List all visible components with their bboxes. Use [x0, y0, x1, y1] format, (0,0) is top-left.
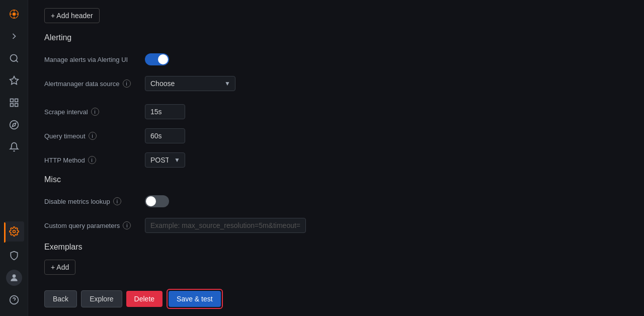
- manage-alerts-toggle[interactable]: [145, 53, 169, 65]
- svg-point-16: [12, 274, 16, 278]
- main-content: + Add header Alerting Manage alerts via …: [28, 0, 644, 316]
- query-timeout-row: Query timeout i: [44, 127, 632, 145]
- sidebar-item-search[interactable]: [4, 48, 24, 68]
- gear-icon: [9, 226, 19, 236]
- scrape-interval-row: Scrape interval i: [44, 103, 632, 121]
- query-timeout-label: Query timeout i: [44, 132, 145, 140]
- search-icon: [9, 53, 19, 63]
- disable-metrics-label: Disable metrics lookup i: [44, 197, 145, 205]
- alertmanager-label: Alertmanager data source i: [44, 80, 145, 88]
- alertmanager-info-icon[interactable]: i: [123, 80, 131, 88]
- compass-icon: [9, 120, 19, 130]
- sidebar: [0, 0, 28, 316]
- svg-rect-9: [10, 99, 13, 102]
- save-test-button[interactable]: Save & test: [169, 291, 221, 307]
- content-area: + Add header Alerting Manage alerts via …: [28, 0, 644, 316]
- add-header-button[interactable]: + Add header: [44, 8, 100, 23]
- active-indicator: [4, 222, 6, 243]
- star-icon: [9, 75, 19, 86]
- performance-section: Scrape interval i Query timeout i HTTP M…: [44, 103, 632, 169]
- svg-point-1: [12, 13, 16, 16]
- svg-rect-10: [15, 99, 18, 102]
- http-method-select-wrapper: GET POST ▼: [145, 152, 185, 168]
- custom-query-input[interactable]: [145, 218, 306, 233]
- http-method-info-icon[interactable]: i: [88, 156, 96, 164]
- sidebar-item-help[interactable]: [4, 290, 24, 310]
- chevron-right-icon: [9, 31, 19, 41]
- misc-title: Misc: [44, 175, 632, 184]
- svg-rect-11: [15, 104, 18, 107]
- alertmanager-select-wrapper: Choose ▼: [145, 76, 235, 91]
- sidebar-collapse-button[interactable]: [4, 26, 24, 46]
- grafana-logo-icon: [9, 9, 19, 19]
- add-exemplar-button[interactable]: + Add: [44, 260, 75, 275]
- alertmanager-select[interactable]: Choose: [145, 76, 235, 91]
- exemplars-section: Exemplars + Add: [44, 243, 632, 285]
- action-buttons: Back Explore Delete Save & test: [44, 289, 632, 309]
- sidebar-item-settings[interactable]: [4, 221, 24, 242]
- delete-button[interactable]: Delete: [126, 291, 163, 307]
- bell-icon: [9, 142, 19, 152]
- scrape-interval-input[interactable]: [145, 104, 185, 119]
- http-method-select[interactable]: GET POST: [145, 152, 185, 168]
- sidebar-item-shield[interactable]: [4, 246, 24, 266]
- grid-icon: [9, 98, 19, 108]
- query-timeout-info-icon[interactable]: i: [89, 132, 97, 140]
- sidebar-item-profile[interactable]: [6, 270, 22, 286]
- sidebar-bottom: [4, 221, 24, 312]
- scrape-interval-info-icon[interactable]: i: [91, 108, 99, 116]
- manage-alerts-row: Manage alerts via Alerting UI: [44, 50, 632, 68]
- svg-marker-8: [10, 76, 18, 85]
- exemplars-title: Exemplars: [44, 243, 632, 252]
- svg-point-13: [10, 121, 18, 129]
- svg-marker-14: [12, 123, 16, 126]
- sidebar-item-starred[interactable]: [4, 70, 24, 91]
- disable-metrics-info-icon[interactable]: i: [113, 197, 121, 205]
- custom-query-row: Custom query parameters i: [44, 216, 632, 234]
- sidebar-item-dashboards[interactable]: [4, 93, 24, 113]
- alertmanager-row: Alertmanager data source i Choose ▼: [44, 74, 632, 93]
- svg-point-15: [13, 230, 15, 233]
- shield-icon: [9, 251, 19, 261]
- back-button[interactable]: Back: [44, 290, 77, 307]
- disable-metrics-toggle[interactable]: [145, 195, 169, 207]
- query-timeout-input[interactable]: [145, 128, 185, 143]
- user-circle-icon: [9, 273, 19, 283]
- custom-query-label: Custom query parameters i: [44, 221, 145, 229]
- sidebar-logo[interactable]: [4, 4, 24, 24]
- svg-line-7: [16, 60, 18, 62]
- http-method-label: HTTP Method i: [44, 156, 145, 164]
- http-method-row: HTTP Method i GET POST ▼: [44, 151, 632, 169]
- help-icon: [9, 295, 19, 305]
- save-test-highlight-wrapper: Save & test: [167, 289, 223, 309]
- scrape-interval-label: Scrape interval i: [44, 108, 145, 116]
- custom-query-info-icon[interactable]: i: [123, 221, 131, 229]
- svg-rect-12: [10, 104, 13, 107]
- alerting-title: Alerting: [44, 33, 632, 42]
- svg-point-6: [10, 55, 17, 61]
- sidebar-item-explore[interactable]: [4, 115, 24, 135]
- alerting-section: Alerting Manage alerts via Alerting UI A…: [44, 33, 632, 93]
- sidebar-item-alerting[interactable]: [4, 137, 24, 157]
- explore-button[interactable]: Explore: [81, 290, 122, 307]
- manage-alerts-label: Manage alerts via Alerting UI: [44, 56, 145, 63]
- misc-section: Misc Disable metrics lookup i Custom que…: [44, 175, 632, 234]
- disable-metrics-row: Disable metrics lookup i: [44, 192, 632, 210]
